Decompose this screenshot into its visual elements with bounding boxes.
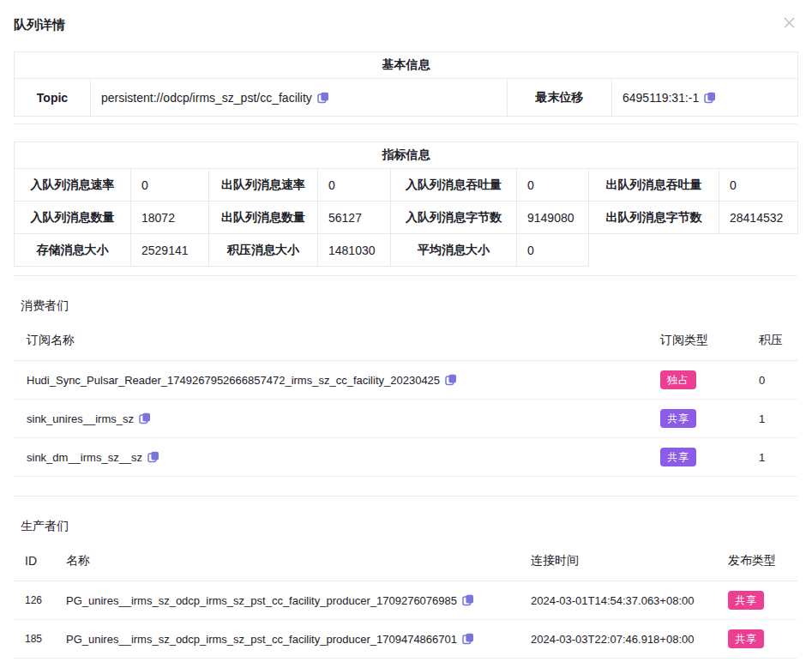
metric-value: 0: [719, 169, 798, 202]
column-publish-type: 发布类型: [715, 541, 797, 581]
metric-label: 入队列消息字节数: [391, 202, 517, 234]
producer-name: PG_unires__irms_sz_odcp_irms_sz_pst_cc_f…: [66, 594, 457, 607]
last-offset-value: 6495119:31:-1: [623, 91, 699, 105]
column-subscription-name: 订阅名称: [14, 321, 647, 361]
table-row: 入队列消息数量 18072 出队列消息数量 56127 入队列消息字节数 914…: [15, 202, 798, 234]
topic-label: Topic: [15, 79, 91, 117]
metric-value: 0: [318, 169, 391, 202]
metrics-header: 指标信息: [15, 142, 798, 169]
close-button[interactable]: [780, 14, 798, 32]
copy-icon: [317, 93, 329, 106]
divider: [14, 496, 797, 496]
metric-value: 0: [517, 234, 589, 267]
copy-icon: [139, 414, 151, 427]
queue-detail-modal: 队列详情 基本信息 Topic persistent://odcp/irms_s…: [0, 0, 812, 668]
metric-value: 1481030: [318, 234, 391, 267]
table-row: Topic persistent://odcp/irms_sz_pst/cc_f…: [15, 79, 798, 117]
metrics-table: 指标信息 入队列消息速率 0 出队列消息速率 0 入队列消息吞吐量 0 出队列消…: [14, 141, 798, 267]
connect-time: 2024-03-03T22:07:46.918+08:00: [518, 620, 715, 659]
copy-button[interactable]: [139, 412, 151, 424]
modal-title: 队列详情: [14, 14, 65, 33]
copy-icon: [147, 453, 159, 466]
divider: [14, 123, 797, 124]
table-row: 入队列消息速率 0 出队列消息速率 0 入队列消息吞吐量 0 出队列消息吞吐量 …: [15, 169, 798, 202]
column-backlog: 积压: [746, 321, 797, 361]
copy-icon: [445, 376, 457, 388]
producers-table: ID 名称 连接时间 发布类型 126 PG_unires__irms_sz_o…: [14, 541, 797, 659]
subscription-name: sink_unires__irms_sz: [27, 412, 134, 425]
producer-name: PG_unires__irms_sz_odcp_irms_sz_pst_cc_f…: [66, 633, 457, 646]
last-offset-label: 最末位移: [508, 79, 612, 117]
subscription-type-badge: 独占: [660, 370, 696, 389]
publish-type-badge: 共享: [728, 591, 764, 610]
metric-value: 18072: [131, 202, 209, 234]
copy-button[interactable]: [704, 92, 716, 104]
metric-label: 存储消息大小: [15, 234, 131, 267]
table-row: 存储消息大小 2529141 积压消息大小 1481030 平均消息大小 0: [15, 234, 798, 267]
basic-info-header: 基本信息: [15, 52, 798, 79]
table-row: sink_unires__irms_sz 共享 1: [14, 400, 797, 438]
empty-cell: [589, 234, 798, 267]
copy-button[interactable]: [445, 374, 457, 386]
consumers-table: 订阅名称 订阅类型 积压 Hudi_Sync_Pulsar_Reader_174…: [14, 321, 797, 477]
table-row: 185 PG_unires__irms_sz_odcp_irms_sz_pst_…: [14, 620, 797, 659]
column-subscription-type: 订阅类型: [647, 321, 746, 361]
copy-icon: [462, 635, 474, 647]
basic-info-table: 基本信息 Topic persistent://odcp/irms_sz_pst…: [14, 51, 798, 117]
metric-value: 0: [517, 169, 589, 202]
divider: [14, 275, 797, 276]
metric-label: 出队列消息数量: [209, 202, 318, 234]
producer-id: 185: [14, 620, 53, 659]
backlog-value: 1: [746, 400, 797, 438]
publish-type-badge: 共享: [728, 629, 764, 648]
close-icon: [782, 20, 797, 33]
metric-label: 出队列消息速率: [209, 169, 318, 202]
table-row: 基本信息: [15, 52, 798, 79]
metric-value: 2529141: [131, 234, 209, 267]
subscription-type-badge: 共享: [660, 448, 696, 466]
table-row: 126 PG_unires__irms_sz_odcp_irms_sz_pst_…: [14, 581, 797, 620]
table-row: Hudi_Sync_Pulsar_Reader_1749267952666857…: [14, 361, 797, 400]
metric-value: 28414532: [719, 202, 798, 234]
copy-icon: [704, 93, 716, 106]
subscription-name: sink_dm__irms_sz__sz: [27, 451, 142, 464]
backlog-value: 1: [746, 438, 797, 477]
subscription-type-badge: 共享: [660, 409, 696, 428]
metric-label: 积压消息大小: [209, 234, 318, 267]
metric-label: 入队列消息吞吐量: [391, 169, 517, 202]
backlog-value: 0: [746, 361, 797, 400]
column-name: 名称: [53, 541, 518, 581]
column-id: ID: [14, 541, 53, 581]
copy-button[interactable]: [462, 633, 474, 645]
producer-id: 126: [14, 581, 53, 620]
table-header-row: 订阅名称 订阅类型 积压: [14, 321, 797, 361]
connect-time: 2024-03-01T14:54:37.063+08:00: [518, 581, 715, 620]
metric-value: 56127: [318, 202, 391, 234]
table-header-row: ID 名称 连接时间 发布类型: [14, 541, 797, 581]
metric-label: 平均消息大小: [391, 234, 517, 267]
metric-value: 9149080: [517, 202, 589, 234]
metric-label: 入队列消息速率: [15, 169, 131, 202]
metric-label: 入队列消息数量: [15, 202, 131, 234]
copy-button[interactable]: [317, 92, 329, 104]
consumers-section-title: 消费者们: [21, 298, 798, 314]
metric-value: 0: [131, 169, 209, 202]
copy-button[interactable]: [462, 594, 474, 606]
column-connect-time: 连接时间: [518, 541, 715, 581]
copy-button[interactable]: [147, 451, 159, 463]
modal-header: 队列详情: [14, 14, 798, 34]
metric-label: 出队列消息字节数: [589, 202, 719, 234]
copy-icon: [462, 596, 474, 609]
topic-value: persistent://odcp/irms_sz_pst/cc_facilit…: [101, 91, 312, 105]
table-row: sink_dm__irms_sz__sz 共享 1: [14, 438, 797, 477]
subscription-name: Hudi_Sync_Pulsar_Reader_1749267952666857…: [27, 374, 440, 387]
metric-label: 出队列消息吞吐量: [589, 169, 719, 202]
producers-section-title: 生产者们: [21, 519, 798, 534]
table-row: 指标信息: [15, 142, 798, 169]
